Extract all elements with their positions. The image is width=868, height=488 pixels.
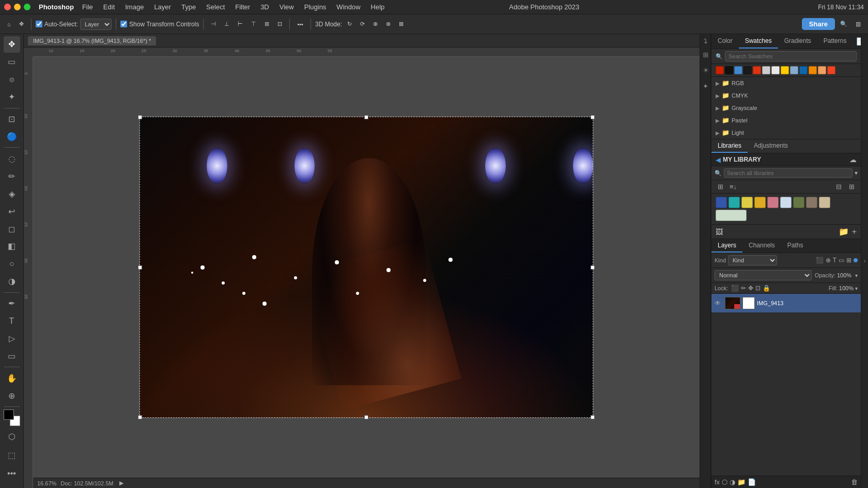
lock-move-icon[interactable]: ✥: [748, 285, 753, 292]
hand-btn[interactable]: ✋: [4, 370, 20, 386]
filter-shape-icon[interactable]: ▭: [839, 257, 844, 264]
menu-type[interactable]: Type: [177, 2, 200, 12]
tab-libraries[interactable]: Libraries: [711, 139, 748, 153]
lib-swatch-4[interactable]: [754, 197, 766, 208]
tab-layers[interactable]: Layers: [711, 239, 742, 253]
swatch-8[interactable]: [781, 66, 789, 74]
library-search-input[interactable]: [724, 168, 853, 178]
tab-gradients[interactable]: Gradients: [778, 34, 817, 49]
path-select-btn[interactable]: ▷: [4, 330, 20, 347]
shape-btn[interactable]: ▭: [4, 348, 20, 364]
tab-patterns[interactable]: Patterns: [817, 34, 853, 49]
swatch-7[interactable]: [771, 66, 780, 74]
align-center-v[interactable]: ⊞: [261, 18, 272, 31]
3d-scale[interactable]: ⊠: [396, 18, 407, 31]
menu-3d[interactable]: 3D: [256, 2, 273, 12]
dodge-btn[interactable]: ◑: [4, 273, 20, 290]
blur-btn[interactable]: ○: [4, 256, 20, 272]
status-arrow[interactable]: ▶: [119, 480, 123, 486]
lib-view-icon[interactable]: ⊟: [834, 182, 844, 192]
swatch-6[interactable]: [762, 66, 770, 74]
menu-filter[interactable]: Filter: [231, 2, 254, 12]
opacity-dropdown-icon[interactable]: ▾: [855, 273, 858, 278]
library-cloud-icon[interactable]: ☁: [849, 155, 857, 164]
swatch-group-gray-header[interactable]: ▶ 📁 Grayscale: [711, 103, 861, 113]
filter-pixel-icon[interactable]: ⬛: [816, 257, 824, 264]
pen-btn[interactable]: ✒: [4, 295, 20, 312]
layer-visibility-toggle[interactable]: 👁: [715, 300, 723, 307]
menu-edit[interactable]: Edit: [99, 2, 119, 12]
foreground-color[interactable]: [4, 410, 14, 420]
lock-artboard-icon[interactable]: ⊡: [755, 285, 761, 292]
align-top[interactable]: ⊤: [248, 18, 259, 31]
screen-mode-btn[interactable]: ⬚: [4, 447, 20, 463]
tab-swatches[interactable]: Swatches: [739, 34, 778, 49]
lock-all-icon[interactable]: 🔒: [763, 285, 770, 292]
lib-grid-icon[interactable]: ⊞: [847, 182, 857, 192]
canvas-image[interactable]: [139, 116, 594, 418]
3d-rotate[interactable]: ↻: [344, 18, 355, 31]
menu-layer[interactable]: Layer: [150, 2, 175, 12]
filter-type-icon[interactable]: T: [833, 257, 836, 264]
menu-file[interactable]: File: [78, 2, 97, 12]
gradient-btn[interactable]: ◧: [4, 238, 20, 255]
fg-bg-color[interactable]: [4, 410, 20, 426]
swatch-4[interactable]: [743, 66, 752, 74]
layer-mask-icon[interactable]: ⬡: [722, 478, 727, 486]
history-btn[interactable]: ↩: [4, 203, 20, 219]
lib-swatch-3[interactable]: [741, 197, 753, 208]
stamp-btn[interactable]: ◈: [4, 185, 20, 202]
eraser-btn[interactable]: ◻: [4, 221, 20, 237]
right-panel-collapse[interactable]: ›: [861, 34, 868, 488]
delete-layer-icon[interactable]: 🗑: [851, 478, 858, 486]
fill-value[interactable]: 100%: [839, 285, 854, 291]
layer-adjustment-icon[interactable]: ◑: [730, 478, 735, 486]
close-button[interactable]: [4, 4, 11, 10]
lib-swatch-5[interactable]: [767, 197, 779, 208]
adjustments-icon[interactable]: ☀: [702, 64, 709, 76]
search-button[interactable]: 🔍: [837, 18, 850, 31]
swatch-3[interactable]: [734, 66, 742, 74]
swatch-12[interactable]: [818, 66, 826, 74]
lib-sort-btn[interactable]: ≡↓: [727, 182, 739, 192]
lib-add-btn[interactable]: 📁: [839, 227, 849, 237]
tab-adjustments[interactable]: Adjustments: [748, 139, 794, 153]
filter-adjust-icon[interactable]: ⊕: [826, 257, 831, 264]
menu-image[interactable]: Image: [121, 2, 148, 12]
swatch-group-rgb-header[interactable]: ▶ 📁 RGB: [711, 78, 861, 88]
lib-swatch-9[interactable]: [819, 197, 830, 208]
align-center-h[interactable]: ⊥: [221, 18, 233, 31]
lib-photo-icon[interactable]: 🖼: [716, 228, 723, 236]
more-options[interactable]: •••: [294, 18, 306, 31]
filter-smartobj-icon[interactable]: ⊞: [846, 257, 851, 264]
fill-dropdown-icon[interactable]: ▾: [855, 286, 858, 291]
lib-new-btn[interactable]: +: [852, 227, 857, 237]
auto-select-checkbox[interactable]: [36, 21, 42, 27]
library-back-icon[interactable]: ◀: [716, 156, 721, 164]
minimize-button[interactable]: [14, 4, 21, 10]
swatch-group-light-header[interactable]: ▶ 📁 Light: [711, 128, 861, 138]
3d-roll[interactable]: ⟳: [357, 18, 368, 31]
more-tools-btn[interactable]: •••: [4, 465, 20, 482]
opacity-value[interactable]: 100%: [837, 272, 854, 278]
magic-wand-btn[interactable]: ✦: [4, 89, 20, 105]
3d-pan[interactable]: ⊕: [370, 18, 381, 31]
panels-toggle[interactable]: ▥: [853, 18, 864, 31]
library-filter-icon[interactable]: ▾: [855, 169, 858, 177]
tab-channels[interactable]: Channels: [742, 239, 781, 253]
blend-mode-select[interactable]: Normal Dissolve Multiply Screen Overlay: [715, 270, 812, 280]
lock-pixels-icon[interactable]: ⬛: [731, 285, 739, 292]
menu-help[interactable]: Help: [367, 2, 389, 12]
layer-item[interactable]: 👁 IMG_9413: [711, 294, 861, 312]
select-rect-btn[interactable]: ▭: [4, 54, 20, 70]
align-bottom[interactable]: ⊡: [274, 18, 285, 31]
zoom-btn[interactable]: ⊕: [4, 387, 20, 404]
transform-checkbox[interactable]: [120, 21, 127, 27]
tab-paths[interactable]: Paths: [781, 239, 810, 253]
align-left[interactable]: ⊣: [208, 18, 219, 31]
lib-swatch-6[interactable]: [780, 197, 792, 208]
move-tool[interactable]: ✥: [16, 18, 27, 31]
tab-color[interactable]: Color: [711, 34, 739, 49]
lib-swatch-8[interactable]: [806, 197, 817, 208]
maximize-button[interactable]: [24, 4, 30, 10]
